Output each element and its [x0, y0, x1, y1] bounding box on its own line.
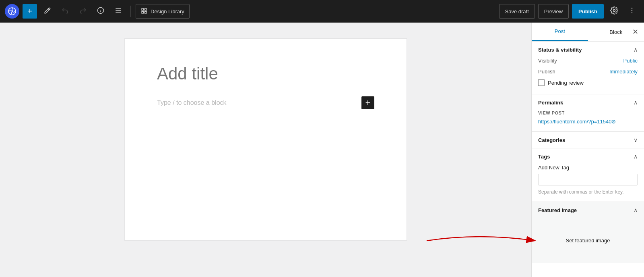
- save-draft-button[interactable]: Save draft: [499, 4, 535, 19]
- list-view-button[interactable]: [111, 4, 126, 19]
- toolbar-right: Save draft Preview Publish: [499, 4, 639, 19]
- post-title-input[interactable]: [157, 63, 374, 85]
- permalink-body: VIEW POST https://fluentcrm.com/?p=11540…: [532, 110, 644, 131]
- redo-button[interactable]: [76, 4, 90, 19]
- publish-row: Publish Immediately: [538, 69, 638, 75]
- list-view-icon: [115, 7, 122, 16]
- featured-image-title: Featured image: [538, 207, 577, 213]
- categories-section: Categories ∨: [532, 132, 644, 148]
- tab-post[interactable]: Post: [532, 23, 588, 41]
- visibility-row: Visibility Public: [538, 58, 638, 64]
- categories-title: Categories: [538, 137, 565, 143]
- tags-toggle: ∧: [634, 153, 638, 160]
- pending-review-checkbox[interactable]: [538, 79, 545, 86]
- block-placeholder-text: Type / to choose a block: [157, 99, 361, 106]
- pencil-icon: [44, 7, 51, 16]
- wp-logo: [5, 4, 19, 19]
- more-vertical-icon: [628, 6, 636, 17]
- visibility-label: Visibility: [538, 58, 557, 64]
- more-options-button[interactable]: [625, 4, 639, 19]
- publish-value[interactable]: Immediately: [609, 69, 638, 75]
- status-visibility-body: Visibility Public Publish Immediately Pe…: [532, 58, 644, 94]
- plus-inline-icon: +: [365, 98, 371, 107]
- redo-icon: [79, 7, 87, 16]
- status-visibility-section: Status & visibility ∧ Visibility Public …: [532, 42, 644, 94]
- block-area: Type / to choose a block +: [157, 96, 374, 109]
- status-visibility-toggle: ∧: [634, 46, 638, 53]
- set-featured-image-button[interactable]: Set featured image: [566, 234, 610, 247]
- svg-rect-5: [144, 11, 147, 13]
- info-button[interactable]: [93, 4, 108, 19]
- design-library-label: Design Library: [151, 8, 184, 15]
- permalink-toggle: ∧: [634, 99, 638, 106]
- featured-image-section: Featured image ∧ Set featured image: [532, 202, 644, 263]
- svg-point-6: [613, 9, 615, 11]
- editor-content: Type / to choose a block +: [125, 39, 407, 240]
- publish-label: Publish: [538, 69, 555, 75]
- add-new-tag-label: Add New Tag: [538, 165, 638, 171]
- publish-button[interactable]: Publish: [572, 4, 604, 19]
- view-post-label: VIEW POST: [538, 110, 638, 115]
- info-icon: [97, 7, 104, 16]
- edit-tool-button[interactable]: [40, 4, 55, 19]
- preview-button[interactable]: Preview: [538, 4, 569, 19]
- tags-header[interactable]: Tags ∧: [532, 148, 644, 165]
- pending-review-label: Pending review: [548, 80, 584, 86]
- categories-toggle: ∨: [634, 137, 638, 143]
- tag-input[interactable]: [538, 174, 638, 185]
- grid-icon: [141, 8, 147, 15]
- tags-section: Tags ∧ Add New Tag Separate with commas …: [532, 148, 644, 202]
- svg-rect-2: [142, 8, 144, 10]
- add-block-button[interactable]: +: [23, 4, 37, 19]
- undo-icon: [62, 7, 69, 16]
- main-layout: Type / to choose a block + Post Block ✕ …: [0, 23, 644, 277]
- permalink-section: Permalink ∧ VIEW POST https://fluentcrm.…: [532, 94, 644, 132]
- permalink-header[interactable]: Permalink ∧: [532, 94, 644, 110]
- status-visibility-title: Status & visibility: [538, 47, 582, 53]
- visibility-value[interactable]: Public: [623, 58, 638, 64]
- status-visibility-header[interactable]: Status & visibility ∧: [532, 42, 644, 58]
- right-sidebar: Post Block ✕ Status & visibility ∧ Visib…: [531, 23, 644, 277]
- featured-image-body: Set featured image: [532, 218, 644, 263]
- featured-image-header[interactable]: Featured image ∧: [532, 202, 644, 218]
- permalink-url[interactable]: https://fluentcrm.com/?p=11540⊘: [538, 119, 616, 125]
- svg-rect-3: [144, 8, 147, 10]
- gear-icon: [610, 6, 618, 17]
- svg-rect-4: [142, 11, 144, 13]
- categories-header[interactable]: Categories ∨: [532, 132, 644, 148]
- sidebar-tabs: Post Block ✕: [532, 23, 644, 42]
- pending-review-row: Pending review: [538, 79, 638, 86]
- svg-point-9: [632, 12, 633, 13]
- plus-icon: +: [27, 7, 32, 16]
- toolbar-divider-1: [130, 6, 131, 17]
- permalink-title: Permalink: [538, 100, 563, 106]
- svg-point-7: [632, 7, 633, 8]
- design-library-button[interactable]: Design Library: [136, 4, 190, 19]
- tags-title: Tags: [538, 154, 550, 160]
- tag-hint-text: Separate with commas or the Enter key.: [538, 189, 624, 195]
- close-icon: ✕: [632, 27, 638, 36]
- undo-button[interactable]: [58, 4, 72, 19]
- add-block-inline-button[interactable]: +: [361, 96, 374, 109]
- featured-image-toggle: ∧: [634, 207, 638, 213]
- editor-area: Type / to choose a block +: [0, 23, 531, 277]
- toolbar: +: [0, 0, 644, 23]
- svg-point-8: [632, 10, 633, 11]
- tags-body: Add New Tag Separate with commas or the …: [532, 165, 644, 202]
- settings-button[interactable]: [607, 4, 621, 19]
- sidebar-close-button[interactable]: ✕: [630, 26, 641, 37]
